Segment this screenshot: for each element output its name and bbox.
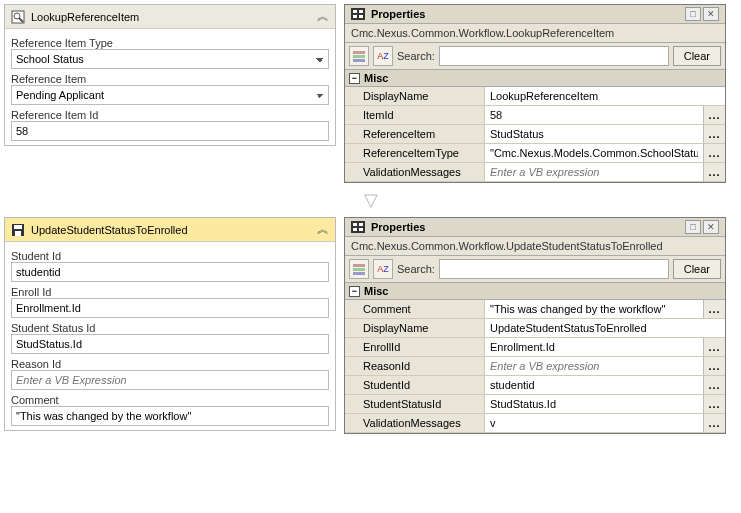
property-row: ReferenceItem...: [345, 125, 725, 144]
collapse-icon[interactable]: ︽: [317, 8, 329, 25]
comment-input[interactable]: [11, 406, 329, 426]
property-value-input[interactable]: [485, 144, 703, 162]
search-input[interactable]: [439, 46, 669, 66]
svg-rect-3: [351, 8, 365, 20]
svg-rect-16: [359, 223, 363, 226]
maximize-button[interactable]: □: [685, 220, 701, 234]
field-label: Reference Item: [11, 73, 329, 85]
property-value-input[interactable]: [485, 395, 703, 413]
property-value-input[interactable]: [485, 163, 703, 181]
student-status-id-input[interactable]: [11, 334, 329, 354]
alphabetical-button[interactable]: AZ: [373, 259, 393, 279]
misc-category-header[interactable]: − Misc: [345, 70, 725, 87]
property-name: ReasonId: [345, 357, 485, 375]
reference-item-type-select[interactable]: [11, 49, 329, 69]
property-name: StudentStatusId: [345, 395, 485, 413]
property-name: EnrollId: [345, 338, 485, 356]
svg-rect-6: [353, 15, 357, 18]
collapse-toggle-icon[interactable]: −: [349, 73, 360, 84]
field-label: Reference Item Id: [11, 109, 329, 121]
ellipsis-button[interactable]: ...: [703, 376, 725, 394]
svg-rect-21: [353, 272, 365, 275]
field-label: Enroll Id: [11, 286, 329, 298]
collapse-toggle-icon[interactable]: −: [349, 286, 360, 297]
property-value-input[interactable]: [485, 87, 725, 105]
svg-rect-10: [353, 59, 365, 62]
property-name: DisplayName: [345, 319, 485, 337]
reference-item-id-input[interactable]: [11, 121, 329, 141]
property-value-input[interactable]: [485, 319, 725, 337]
activity-lookup-reference-item[interactable]: LookupReferenceItem ︽ Reference Item Typ…: [4, 4, 336, 146]
property-value-input[interactable]: [485, 376, 703, 394]
property-row: StudentStatusId...: [345, 395, 725, 414]
reason-id-input[interactable]: [11, 370, 329, 390]
property-value-input[interactable]: [485, 300, 703, 318]
clear-button[interactable]: Clear: [673, 46, 721, 66]
ellipsis-button[interactable]: ...: [703, 414, 725, 432]
properties-panel-1: Properties □ ✕ Cmc.Nexus.Common.Workflow…: [344, 4, 726, 183]
reference-item-select[interactable]: [11, 85, 329, 105]
svg-rect-4: [353, 10, 357, 13]
property-name: ValidationMessages: [345, 414, 485, 432]
property-value-input[interactable]: [485, 414, 703, 432]
property-name: ReferenceItem: [345, 125, 485, 143]
activity-update-student-status[interactable]: UpdateStudentStatusToEnrolled ︽ Student …: [4, 217, 336, 431]
property-row: ReferenceItemType...: [345, 144, 725, 163]
svg-rect-13: [15, 231, 21, 236]
property-name: ReferenceItemType: [345, 144, 485, 162]
alphabetical-button[interactable]: AZ: [373, 46, 393, 66]
svg-rect-9: [353, 55, 365, 58]
student-id-input[interactable]: [11, 262, 329, 282]
enroll-id-input[interactable]: [11, 298, 329, 318]
property-grid: Comment...DisplayNameEnrollId...ReasonId…: [345, 300, 725, 433]
close-button[interactable]: ✕: [703, 7, 719, 21]
maximize-button[interactable]: □: [685, 7, 701, 21]
misc-label: Misc: [364, 285, 388, 297]
panel-title: Properties: [371, 8, 679, 20]
properties-titlebar[interactable]: Properties □ ✕: [345, 5, 725, 24]
activity-header[interactable]: LookupReferenceItem ︽: [5, 5, 335, 29]
property-row: DisplayName: [345, 319, 725, 338]
property-value-input[interactable]: [485, 357, 703, 375]
close-button[interactable]: ✕: [703, 220, 719, 234]
property-name: DisplayName: [345, 87, 485, 105]
activity-title: UpdateStudentStatusToEnrolled: [31, 224, 311, 236]
svg-rect-20: [353, 268, 365, 271]
property-value-input[interactable]: [485, 106, 703, 124]
activity-title: LookupReferenceItem: [31, 11, 311, 23]
svg-rect-17: [353, 228, 357, 231]
property-value-input[interactable]: [485, 125, 703, 143]
field-label: Reason Id: [11, 358, 329, 370]
property-value-input[interactable]: [485, 338, 703, 356]
svg-rect-5: [359, 10, 363, 13]
ellipsis-button[interactable]: ...: [703, 357, 725, 375]
activity-header[interactable]: UpdateStudentStatusToEnrolled ︽: [5, 218, 335, 242]
ellipsis-button[interactable]: ...: [703, 144, 725, 162]
categorized-button[interactable]: [349, 259, 369, 279]
property-name: StudentId: [345, 376, 485, 394]
properties-titlebar[interactable]: Properties □ ✕: [345, 218, 725, 237]
ellipsis-button[interactable]: ...: [703, 106, 725, 124]
property-row: ValidationMessages...: [345, 163, 725, 182]
properties-panel-2: Properties □ ✕ Cmc.Nexus.Common.Workflow…: [344, 217, 726, 434]
search-input[interactable]: [439, 259, 669, 279]
field-label: Reference Item Type: [11, 37, 329, 49]
misc-category-header[interactable]: − Misc: [345, 283, 725, 300]
property-grid: DisplayNameItemId...ReferenceItem...Refe…: [345, 87, 725, 182]
svg-rect-12: [14, 225, 22, 229]
categorized-button[interactable]: [349, 46, 369, 66]
property-row: ItemId...: [345, 106, 725, 125]
property-row: ValidationMessages...: [345, 414, 725, 433]
ellipsis-button[interactable]: ...: [703, 125, 725, 143]
field-label: Student Status Id: [11, 322, 329, 334]
panel-title: Properties: [371, 221, 679, 233]
collapse-icon[interactable]: ︽: [317, 221, 329, 238]
ellipsis-button[interactable]: ...: [703, 338, 725, 356]
property-row: Comment...: [345, 300, 725, 319]
field-label: Student Id: [11, 250, 329, 262]
ellipsis-button[interactable]: ...: [703, 163, 725, 181]
clear-button[interactable]: Clear: [673, 259, 721, 279]
ellipsis-button[interactable]: ...: [703, 300, 725, 318]
svg-rect-7: [359, 15, 363, 18]
ellipsis-button[interactable]: ...: [703, 395, 725, 413]
